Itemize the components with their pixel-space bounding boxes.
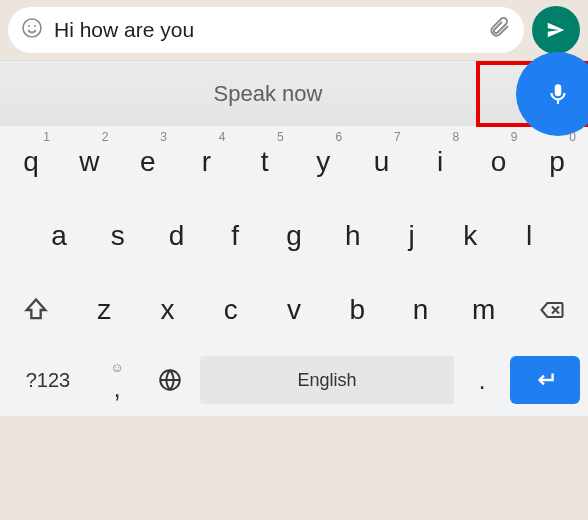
key-g[interactable]: g xyxy=(269,206,319,266)
key-row-bottom: ?123 ☺ , English . xyxy=(6,354,582,406)
language-key[interactable] xyxy=(146,354,194,406)
emoji-comma-key[interactable]: ☺ , xyxy=(94,354,140,406)
key-a[interactable]: a xyxy=(34,206,84,266)
send-button[interactable] xyxy=(532,6,580,54)
attachment-icon[interactable] xyxy=(488,16,512,44)
key-o[interactable]: 9o xyxy=(474,132,524,192)
svg-point-0 xyxy=(23,19,41,37)
key-d[interactable]: d xyxy=(152,206,202,266)
key-b[interactable]: b xyxy=(332,280,382,340)
key-f[interactable]: f xyxy=(210,206,260,266)
key-h[interactable]: h xyxy=(328,206,378,266)
key-n[interactable]: n xyxy=(396,280,446,340)
key-k[interactable]: k xyxy=(445,206,495,266)
key-t[interactable]: 5t xyxy=(240,132,290,192)
message-input[interactable] xyxy=(54,18,478,42)
space-key[interactable]: English xyxy=(200,356,454,404)
key-row-2: a s d f g h j k l xyxy=(6,206,582,266)
emoji-icon[interactable] xyxy=(20,16,44,44)
key-l[interactable]: l xyxy=(504,206,554,266)
backspace-key[interactable] xyxy=(522,296,582,324)
svg-point-1 xyxy=(28,25,30,27)
chat-input-bar xyxy=(0,0,588,60)
key-q[interactable]: 1q xyxy=(6,132,56,192)
key-u[interactable]: 7u xyxy=(357,132,407,192)
mic-highlight-box xyxy=(476,61,588,127)
period-key[interactable]: . xyxy=(460,354,504,406)
text-input-wrap xyxy=(8,7,524,53)
symbols-key[interactable]: ?123 xyxy=(8,354,88,406)
key-x[interactable]: x xyxy=(143,280,193,340)
key-e[interactable]: 3e xyxy=(123,132,173,192)
shift-key[interactable] xyxy=(6,296,66,324)
key-p[interactable]: 0p xyxy=(532,132,582,192)
voice-input-bar: Speak now xyxy=(0,60,588,126)
key-row-1: 1q 2w 3e 4r 5t 6y 7u 8i 9o 0p xyxy=(6,132,582,192)
key-r[interactable]: 4r xyxy=(181,132,231,192)
key-w[interactable]: 2w xyxy=(64,132,114,192)
key-m[interactable]: m xyxy=(459,280,509,340)
key-c[interactable]: c xyxy=(206,280,256,340)
mic-button[interactable] xyxy=(516,52,588,136)
key-i[interactable]: 8i xyxy=(415,132,465,192)
enter-key[interactable] xyxy=(510,356,580,404)
svg-point-2 xyxy=(34,25,36,27)
key-j[interactable]: j xyxy=(387,206,437,266)
speak-now-label: Speak now xyxy=(0,81,476,107)
key-z[interactable]: z xyxy=(79,280,129,340)
key-s[interactable]: s xyxy=(93,206,143,266)
keyboard: 1q 2w 3e 4r 5t 6y 7u 8i 9o 0p a s d f g … xyxy=(0,126,588,416)
key-row-3: z x c v b n m xyxy=(6,280,582,340)
key-y[interactable]: 6y xyxy=(298,132,348,192)
key-v[interactable]: v xyxy=(269,280,319,340)
